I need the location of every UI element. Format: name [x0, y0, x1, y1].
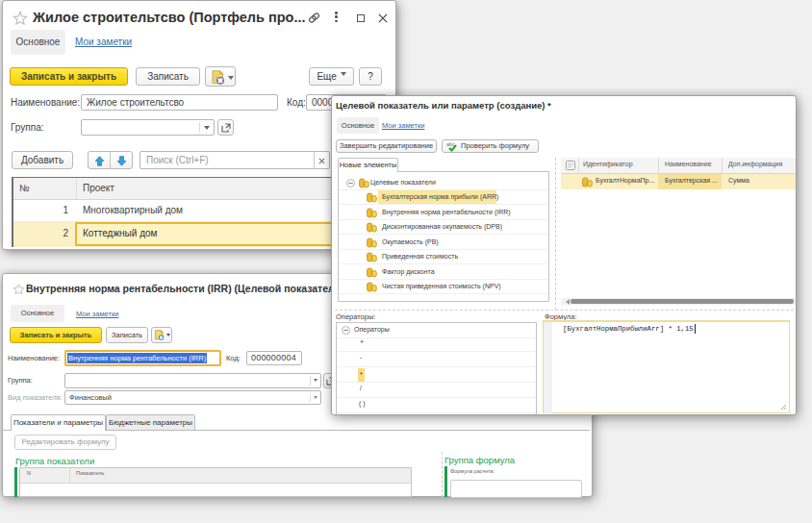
svg-text:abc: abc — [446, 141, 455, 147]
